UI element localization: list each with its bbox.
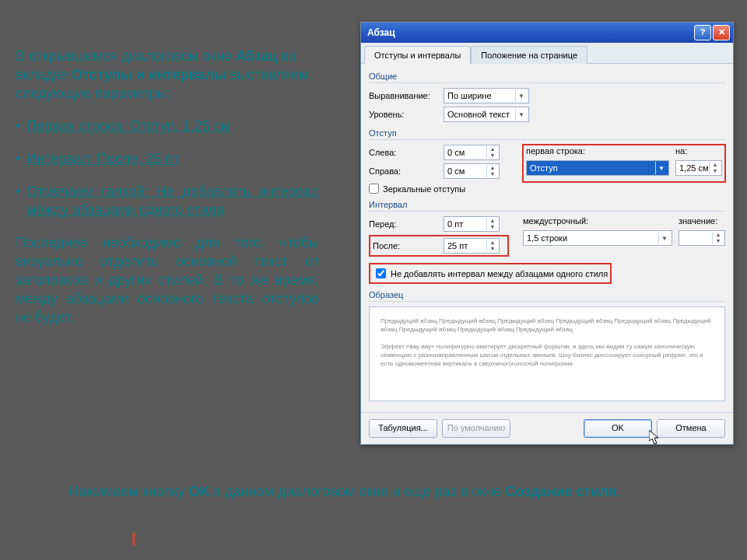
dialog-title: Абзац	[367, 27, 693, 38]
group-general: Общие Выравнивание: По ширине▼ Уровень: …	[369, 68, 725, 122]
spin-up-icon[interactable]: ▲	[487, 218, 498, 224]
group-title: Интервал	[369, 197, 725, 212]
bullet-firstline: Первая строка: Отступ, 1,25 см	[16, 117, 319, 135]
instruction-text: В открывшемся диалоговом окне Абзац во в…	[16, 47, 319, 341]
bold: OK	[189, 484, 210, 499]
bullet-list: Первая строка: Отступ, 1,25 см Интервал:…	[16, 117, 319, 219]
linespacing-label: междустрочный:	[523, 216, 672, 226]
explain-paragraph: Последнее необходимо для того, чтобы виз…	[16, 233, 319, 327]
before-value: 0 пт	[447, 219, 463, 229]
dropdown-icon: ▼	[515, 89, 527, 102]
level-combo[interactable]: Основной текст▼	[444, 107, 529, 122]
bottom-note: Нажимаем кнопку OK в данном диалоговом о…	[68, 482, 708, 501]
dropdown-icon: ▼	[658, 232, 670, 244]
spin-up-icon[interactable]: ▲	[487, 165, 498, 171]
after-spinner[interactable]: 25 пт▲▼	[444, 238, 500, 254]
align-label: Выравнивание:	[369, 91, 444, 100]
right-label: Справа:	[369, 166, 444, 176]
cancel-button[interactable]: Отмена	[657, 419, 725, 438]
tabs-button[interactable]: Табуляция...	[369, 419, 437, 438]
level-value: Основной текст	[447, 110, 510, 119]
group-title: Образец	[369, 287, 725, 302]
default-button[interactable]: По умолчанию	[442, 419, 510, 438]
left-value: 0 см	[447, 148, 465, 157]
text: Нажимаем кнопку	[68, 484, 189, 499]
level-label: Уровень:	[369, 110, 444, 119]
tab-position[interactable]: Положение на странице	[471, 46, 587, 64]
linespacing-combo[interactable]: 1,5 строки▼	[523, 230, 672, 246]
text: .	[616, 484, 620, 499]
tab-indents[interactable]: Отступы и интервалы	[364, 46, 471, 64]
bold: Отступы и интервалы	[72, 67, 226, 82]
firstline-label: первая строка:	[526, 146, 669, 156]
by-label: на:	[675, 146, 722, 156]
linespacing-value: 1,5 строки	[527, 233, 567, 243]
spin-up-icon[interactable]: ▲	[710, 162, 721, 168]
intro-paragraph: В открывшемся диалоговом окне Абзац во в…	[16, 47, 319, 103]
align-value: По ширине	[447, 91, 492, 100]
group-spacing: Интервал Перед: 0 пт▲▼ После: 25 пт▲▼	[369, 197, 725, 284]
titlebar[interactable]: Абзац ? ✕	[361, 23, 733, 43]
group-preview: Образец Предыдущий абзац Предыдущий абза…	[369, 287, 725, 401]
dropdown-icon: ▼	[655, 162, 667, 174]
spin-down-icon[interactable]: ▼	[487, 171, 498, 177]
decoration	[132, 533, 135, 545]
before-spinner[interactable]: 0 пт▲▼	[444, 216, 500, 232]
paragraph-dialog: Абзац ? ✕ Отступы и интервалы Положение …	[360, 22, 734, 445]
linespacing-at-label: значение:	[679, 216, 725, 226]
spin-down-icon[interactable]: ▼	[487, 224, 498, 230]
group-title: Общие	[369, 68, 725, 83]
after-label: После:	[373, 241, 441, 250]
linespacing-at-spinner[interactable]: ▲▼	[679, 230, 725, 246]
mirror-label: Зеркальные отступы	[383, 184, 465, 194]
firstline-by-spinner[interactable]: 1,25 см▲▼	[675, 160, 722, 176]
help-button[interactable]: ?	[694, 25, 711, 40]
before-label: Перед:	[369, 219, 444, 229]
dialog-body: Общие Выравнивание: По ширине▼ Уровень: …	[361, 64, 733, 412]
right-spinner[interactable]: 0 см▲▼	[444, 163, 500, 179]
noadd-label: Не добавлять интервал между абзацами одн…	[391, 269, 608, 278]
tab-strip: Отступы и интервалы Положение на страниц…	[361, 43, 733, 64]
spin-down-icon[interactable]: ▼	[487, 246, 498, 252]
left-label: Слева:	[369, 148, 444, 157]
after-value: 25 пт	[447, 241, 468, 250]
firstline-by-value: 1,25 см	[679, 163, 709, 173]
bold: Абзац	[236, 48, 277, 64]
spin-down-icon[interactable]: ▼	[713, 238, 724, 244]
text: в данном диалоговом окне и еще раз в окн…	[210, 484, 506, 499]
firstline-value: Отступ	[530, 163, 558, 173]
spin-up-icon[interactable]: ▲	[487, 146, 498, 152]
mirror-checkbox[interactable]	[369, 184, 379, 194]
preview-box: Предыдущий абзац Предыдущий абзац Предыд…	[369, 306, 725, 401]
spin-down-icon[interactable]: ▼	[487, 152, 498, 159]
spin-up-icon[interactable]: ▲	[713, 232, 724, 238]
group-title: Отступ	[369, 125, 725, 140]
spin-down-icon[interactable]: ▼	[710, 168, 721, 174]
bold: Создание стиля	[505, 484, 616, 499]
group-indent: Отступ Слева: 0 см▲▼ Справа: 0 см▲▼	[369, 125, 725, 194]
right-value: 0 см	[447, 166, 465, 176]
noadd-checkbox[interactable]	[376, 268, 386, 278]
preview-text: Предыдущий абзац Предыдущий абзац Предыд…	[381, 317, 710, 367]
ok-button[interactable]: OK	[584, 419, 652, 438]
dropdown-icon: ▼	[515, 108, 527, 121]
bullet-spacing: Интервал: После, 25 пт	[16, 149, 319, 168]
spin-up-icon[interactable]: ▲	[487, 240, 498, 246]
close-button[interactable]: ✕	[713, 25, 730, 40]
align-combo[interactable]: По ширине▼	[444, 88, 529, 103]
firstline-combo[interactable]: Отступ▼	[526, 160, 669, 176]
dialog-footer: Табуляция... По умолчанию OK Отмена	[361, 412, 733, 444]
mirror-check[interactable]: Зеркальные отступы	[369, 184, 725, 194]
bullet-checkbox: Отмечаем галкой: Не добавлять интервал м…	[16, 182, 319, 219]
text: В открывшемся диалоговом окне	[16, 48, 236, 64]
left-spinner[interactable]: 0 см▲▼	[444, 145, 500, 160]
